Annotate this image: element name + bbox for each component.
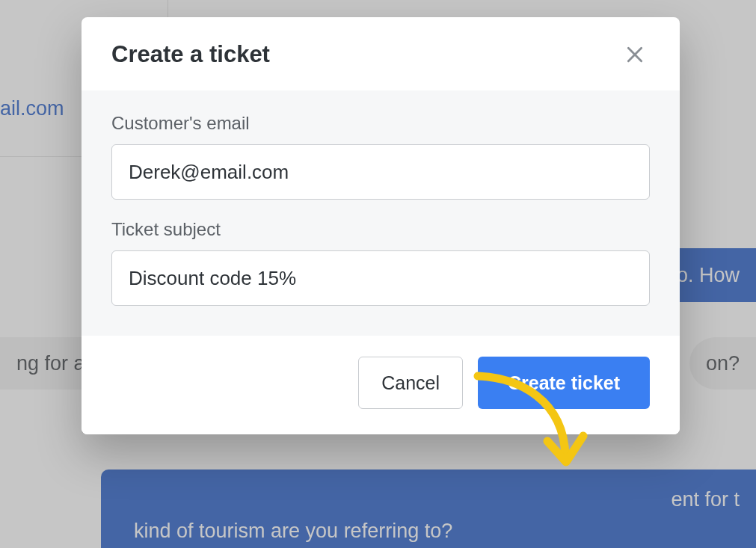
create-ticket-modal: Create a ticket Customer's email Ticket … bbox=[82, 17, 680, 434]
modal-body: Customer's email Ticket subject bbox=[82, 90, 680, 336]
create-ticket-button[interactable]: Create ticket bbox=[478, 357, 650, 409]
cancel-button[interactable]: Cancel bbox=[358, 357, 463, 409]
modal-footer: Cancel Create ticket bbox=[82, 336, 680, 434]
form-group-email: Customer's email bbox=[111, 113, 650, 200]
close-icon bbox=[625, 45, 645, 64]
subject-label: Ticket subject bbox=[111, 219, 650, 240]
modal-header: Create a ticket bbox=[82, 17, 680, 90]
email-label: Customer's email bbox=[111, 113, 650, 134]
customer-email-field[interactable] bbox=[111, 144, 650, 200]
close-button[interactable] bbox=[620, 40, 650, 70]
form-group-subject: Ticket subject bbox=[111, 219, 650, 306]
ticket-subject-field[interactable] bbox=[111, 250, 650, 306]
modal-title: Create a ticket bbox=[111, 41, 270, 68]
